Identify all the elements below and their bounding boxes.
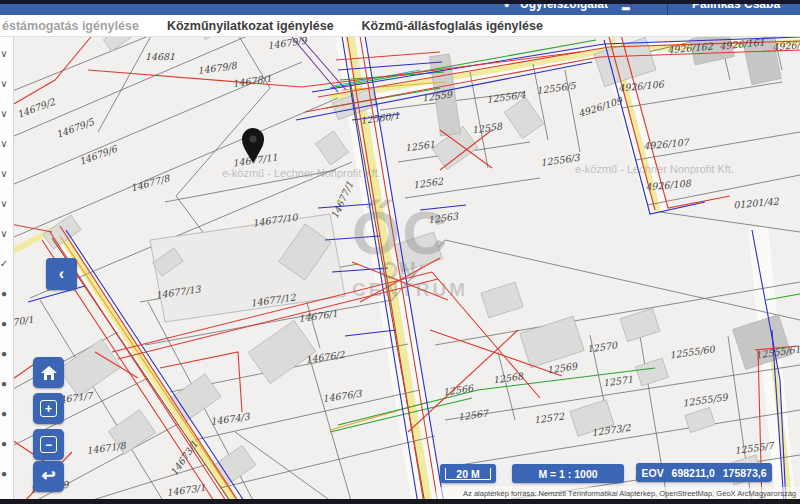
chevron-icon[interactable]: ∨ — [0, 48, 12, 59]
minus-icon: − — [40, 436, 57, 453]
user-menu[interactable]: Pálinkás Csaba — [692, 4, 780, 11]
chevron-left-icon: ‹ — [59, 265, 64, 283]
chevron-icon[interactable]: ∨ — [0, 168, 12, 179]
eov-coordinates-display[interactable]: EOV 698211,0 175873,6 — [636, 463, 772, 482]
zoom-out-button[interactable]: − — [33, 429, 64, 460]
scalebar-label: 20 M — [456, 468, 479, 480]
chevron-icon[interactable]: ∨ — [0, 138, 12, 149]
map-scale-label: M = 1 : 1000 — [538, 468, 597, 480]
dot-icon[interactable]: ● — [0, 438, 12, 449]
dot-icon[interactable]: ● — [0, 288, 12, 299]
zoom-in-button[interactable]: + — [33, 393, 64, 424]
eov-coordinates-label: EOV 698211,0 175873,6 — [641, 467, 766, 479]
panel-collapse-button[interactable]: ‹ — [46, 258, 77, 290]
main-navigation: éstámogatás igényléseKözműnyilatkozat ig… — [0, 15, 800, 37]
check-icon[interactable]: ✓ — [0, 258, 12, 269]
layer-panel-edge: ∨∨∨∨∨∨∨✓●●●●●●● — [0, 36, 14, 500]
dot-icon[interactable]: ● — [0, 378, 12, 389]
undo-button[interactable]: ↩ — [33, 461, 64, 492]
header-bar: ● Ügyfélszolgálat ▂ Pálinkás Csaba — [0, 4, 800, 15]
location-pin-icon — [239, 127, 269, 167]
app-window: e-közmű - Lechner Nonprofit Kft. e-közmű… — [0, 0, 800, 504]
dot-icon[interactable]: ● — [0, 348, 12, 359]
watermark-text: e-közmű - Lechner Nonprofit Kft. — [222, 167, 381, 179]
chevron-icon[interactable]: ∨ — [0, 228, 12, 239]
watermark-logo-line: CENTRUM — [352, 281, 468, 299]
home-button[interactable] — [33, 357, 64, 388]
plus-icon: + — [40, 400, 57, 417]
header-small-icon: ▂ — [622, 4, 630, 10]
tab-0[interactable]: éstámogatás igénylése — [2, 19, 139, 33]
map-attribution: Az alaptérkép forrása: Nemzeti Térinform… — [436, 487, 800, 499]
watermark-text: e-közmű - Lechner Nonprofit Kft. — [575, 163, 734, 175]
tab-1[interactable]: Közműnyilatkozat igénylése — [167, 19, 334, 33]
scalebar: 20 M — [440, 464, 496, 483]
bottom-strip — [0, 499, 800, 504]
tab-2[interactable]: Közmű-állásfoglalás igénylése — [362, 19, 543, 33]
chevron-icon[interactable]: ∨ — [0, 198, 12, 209]
parcel-label: 14681 — [145, 51, 175, 62]
chevron-icon[interactable]: ∨ — [0, 78, 12, 89]
dot-icon[interactable]: ● — [0, 468, 12, 479]
home-icon — [41, 366, 57, 380]
dot-icon[interactable]: ● — [0, 318, 12, 329]
customer-service-link[interactable]: Ügyfélszolgálat — [520, 4, 608, 11]
map-scale-button[interactable]: M = 1 : 1000 — [512, 464, 624, 483]
header-divider — [667, 4, 668, 15]
support-icon: ● — [504, 4, 509, 10]
chevron-icon[interactable]: ∨ — [0, 108, 12, 119]
undo-arrow-icon: ↩ — [41, 465, 55, 486]
dot-icon[interactable]: ● — [0, 408, 12, 419]
